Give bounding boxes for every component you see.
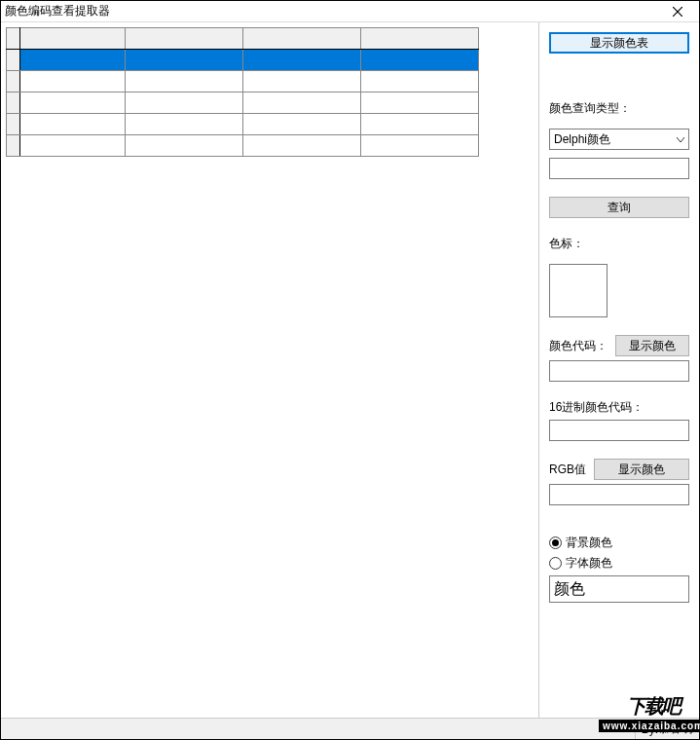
grid-row[interactable]	[7, 135, 479, 157]
statusbar: By: 慕容明	[1, 718, 699, 739]
query-type-select[interactable]: Delphi颜色	[549, 129, 689, 150]
grid-cell[interactable]	[20, 50, 126, 71]
show-color-button-1[interactable]: 显示颜色	[615, 335, 689, 356]
radio-bg-color[interactable]: 背景颜色	[549, 535, 689, 551]
query-type-value: Delphi颜色	[554, 131, 610, 148]
grid-cell[interactable]	[243, 71, 361, 92]
grid-cell[interactable]	[243, 135, 361, 157]
color-code-input[interactable]	[549, 360, 689, 382]
radio-icon	[549, 557, 562, 570]
titlebar: 颜色编码查看提取器	[1, 1, 699, 22]
grid-cell[interactable]	[126, 71, 243, 92]
grid-row-header[interactable]	[7, 92, 20, 114]
hex-code-label: 16进制颜色代码：	[549, 399, 689, 416]
hex-code-input[interactable]	[549, 420, 689, 441]
radio-icon	[549, 536, 562, 549]
close-button[interactable]	[658, 2, 697, 21]
grid-row[interactable]	[7, 114, 479, 135]
radio-font-color[interactable]: 字体颜色	[549, 555, 689, 572]
radio-bg-label: 背景颜色	[566, 535, 612, 551]
color-preview-box: 颜色	[549, 575, 689, 603]
grid-cell[interactable]	[243, 114, 361, 135]
content-area: 显示颜色表 颜色查询类型： Delphi颜色 查询 色标：	[1, 22, 699, 718]
query-type-label: 颜色查询类型：	[549, 100, 689, 117]
grid-cell[interactable]	[361, 71, 479, 92]
grid-cell[interactable]	[20, 71, 126, 92]
main-area	[1, 22, 538, 718]
chevron-down-icon	[677, 132, 684, 146]
grid-col-header[interactable]	[361, 28, 479, 50]
grid-cell[interactable]	[20, 114, 126, 135]
swatch-label: 色标：	[549, 236, 689, 252]
grid-col-header[interactable]	[126, 28, 243, 50]
rgb-label: RGB值	[549, 462, 586, 478]
grid-corner	[7, 28, 20, 50]
color-preview-text: 颜色	[554, 579, 585, 600]
grid-cell[interactable]	[361, 135, 479, 157]
grid-cell[interactable]	[126, 92, 243, 114]
grid-cell[interactable]	[243, 92, 361, 114]
watermark-logo: 下载吧 www.xiazaiba.com	[609, 688, 697, 737]
grid-cell[interactable]	[126, 50, 243, 71]
window-title: 颜色编码查看提取器	[5, 3, 110, 19]
grid-cell[interactable]	[361, 114, 479, 135]
logo-text: 下载吧	[627, 693, 680, 720]
grid-row-header[interactable]	[7, 71, 20, 92]
grid-cell[interactable]	[243, 50, 361, 71]
radio-fg-label: 字体颜色	[566, 555, 612, 572]
grid-cell[interactable]	[20, 135, 126, 157]
color-grid[interactable]	[6, 27, 479, 157]
grid-cell[interactable]	[361, 92, 479, 114]
grid-row[interactable]	[7, 50, 479, 71]
grid-cell[interactable]	[20, 92, 126, 114]
grid-row[interactable]	[7, 71, 479, 92]
grid-cell[interactable]	[126, 135, 243, 157]
grid-row-header[interactable]	[7, 50, 20, 71]
grid-cell[interactable]	[126, 114, 243, 135]
app-window: 颜色编码查看提取器	[0, 0, 700, 740]
show-color-button-2[interactable]: 显示颜色	[594, 459, 689, 480]
grid-row-header[interactable]	[7, 114, 20, 135]
color-code-label: 颜色代码：	[549, 338, 608, 354]
side-panel: 显示颜色表 颜色查询类型： Delphi颜色 查询 色标：	[538, 22, 699, 718]
logo-url: www.xiazaiba.com	[599, 720, 700, 732]
show-color-table-button[interactable]: 显示颜色表	[549, 32, 689, 54]
grid-row-header[interactable]	[7, 135, 20, 157]
color-target-radio-group: 背景颜色 字体颜色	[549, 535, 689, 572]
query-input[interactable]	[549, 158, 689, 179]
grid-col-header[interactable]	[243, 28, 361, 50]
close-icon	[673, 7, 682, 17]
grid-cell[interactable]	[361, 50, 479, 71]
color-swatch	[549, 264, 608, 317]
grid-col-header[interactable]	[20, 28, 126, 50]
query-button[interactable]: 查询	[549, 197, 689, 218]
grid-row[interactable]	[7, 92, 479, 114]
rgb-input[interactable]	[549, 484, 689, 505]
